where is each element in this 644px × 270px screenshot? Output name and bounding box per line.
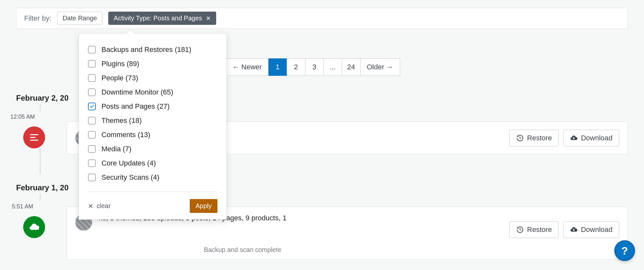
checkbox[interactable] bbox=[88, 131, 96, 139]
newer-button[interactable]: ← Newer bbox=[226, 58, 269, 76]
checkbox[interactable] bbox=[88, 159, 96, 167]
activity-type-option-label: Posts and Pages (27) bbox=[101, 102, 170, 111]
filter-bar: Filter by: Date Range Activity Type: Pos… bbox=[16, 8, 628, 29]
activity-type-option[interactable]: Media (7) bbox=[88, 142, 217, 156]
activity-type-option[interactable]: Comments (13) bbox=[88, 128, 217, 142]
activity-type-option-label: Comments (13) bbox=[101, 131, 150, 139]
page-ellipsis: ... bbox=[323, 58, 342, 76]
help-button[interactable]: ? bbox=[614, 240, 635, 261]
activity-type-chip[interactable]: Activity Type: Posts and Pages ✕ bbox=[108, 12, 216, 25]
time-label: 12:05 AM bbox=[3, 114, 42, 120]
filter-label: Filter by: bbox=[24, 14, 51, 23]
date-range-label: Date Range bbox=[62, 15, 97, 22]
checkbox[interactable] bbox=[88, 60, 96, 68]
activity-type-option-label: Media (7) bbox=[101, 145, 131, 153]
activity-type-option-label: Core Updates (4) bbox=[101, 159, 156, 167]
activity-type-option-label: People (73) bbox=[101, 74, 138, 82]
timeline-line bbox=[40, 194, 41, 201]
date-range-chip[interactable]: Date Range bbox=[57, 12, 102, 25]
download-label: Download bbox=[581, 225, 612, 234]
post-activity-icon bbox=[23, 126, 45, 148]
checkbox[interactable] bbox=[88, 88, 96, 96]
download-button[interactable]: Download bbox=[563, 130, 619, 146]
checkbox[interactable] bbox=[88, 174, 96, 181]
restore-label: Restore bbox=[527, 225, 552, 234]
activity-type-option[interactable]: People (73) bbox=[88, 71, 217, 85]
restore-icon bbox=[516, 226, 524, 234]
restore-button[interactable]: Restore bbox=[509, 221, 559, 238]
clear-button[interactable]: ✕ clear bbox=[88, 202, 111, 210]
restore-button[interactable]: Restore bbox=[509, 130, 559, 146]
pagination: ← Newer 1 2 3 ... 24 Older → bbox=[226, 58, 400, 76]
activity-type-option[interactable]: Plugins (89) bbox=[88, 57, 217, 71]
page-24-button[interactable]: 24 bbox=[342, 58, 360, 76]
page-2-button[interactable]: 2 bbox=[287, 58, 305, 76]
activity-type-option[interactable]: Security Scans (4) bbox=[88, 170, 217, 185]
apply-button[interactable]: Apply bbox=[190, 199, 217, 213]
activity-type-option-label: Themes (18) bbox=[101, 116, 142, 125]
time-label: 5:51 AM bbox=[3, 203, 42, 210]
timeline-line bbox=[40, 104, 41, 111]
checkbox[interactable] bbox=[88, 74, 96, 82]
activity-type-option[interactable]: Posts and Pages (27) bbox=[88, 99, 217, 114]
restore-label: Restore bbox=[527, 134, 552, 142]
download-label: Download bbox=[581, 134, 612, 142]
cloud-download-icon bbox=[570, 134, 578, 142]
day-header: February 1, 20 bbox=[16, 183, 69, 192]
activity-type-option[interactable]: Backups and Restores (181) bbox=[88, 43, 217, 57]
activity-type-chip-label: Activity Type: Posts and Pages bbox=[114, 15, 202, 22]
activity-type-option-label: Downtime Monitor (65) bbox=[101, 88, 173, 96]
backup-activity-icon bbox=[23, 216, 45, 238]
activity-type-list: Backups and Restores (181)Plugins (89)Pe… bbox=[79, 43, 226, 185]
cloud-download-icon bbox=[570, 226, 578, 234]
page-3-button[interactable]: 3 bbox=[305, 58, 324, 76]
close-icon: ✕ bbox=[88, 202, 93, 210]
activity-type-option-label: Plugins (89) bbox=[101, 60, 139, 68]
checkbox[interactable] bbox=[88, 117, 96, 125]
checkbox[interactable] bbox=[88, 145, 96, 153]
activity-type-option[interactable]: Downtime Monitor (65) bbox=[88, 85, 217, 99]
help-icon: ? bbox=[621, 245, 628, 257]
restore-icon bbox=[516, 134, 524, 142]
page-1-button[interactable]: 1 bbox=[268, 58, 287, 76]
download-button[interactable]: Download bbox=[563, 221, 619, 238]
timeline-line bbox=[40, 148, 41, 174]
activity-type-option-label: Security Scans (4) bbox=[101, 173, 159, 182]
activity-type-dropdown: Backups and Restores (181)Plugins (89)Pe… bbox=[79, 33, 227, 220]
checkbox[interactable] bbox=[88, 46, 96, 54]
clear-label: clear bbox=[97, 202, 111, 210]
activity-type-option[interactable]: Core Updates (4) bbox=[88, 156, 217, 170]
older-button[interactable]: Older → bbox=[360, 58, 400, 76]
close-icon[interactable]: ✕ bbox=[206, 15, 211, 22]
checkbox[interactable] bbox=[88, 103, 96, 110]
activity-subtitle: Backup and scan complete bbox=[204, 246, 281, 254]
activity-type-option-label: Backups and Restores (181) bbox=[101, 45, 191, 54]
activity-type-option[interactable]: Themes (18) bbox=[88, 114, 217, 128]
day-header: February 2, 20 bbox=[16, 94, 69, 103]
